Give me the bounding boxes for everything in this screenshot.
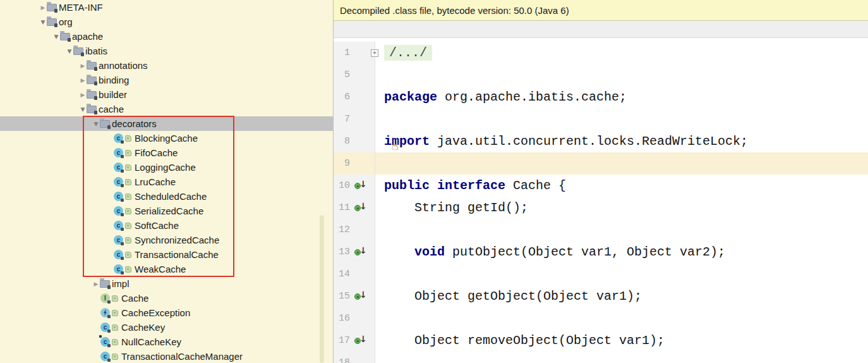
code-line-15[interactable]: 15↓ Object getObject(Object var1); bbox=[334, 285, 868, 307]
decompiled-file-banner: Decompiled .class file, bytecode version… bbox=[334, 0, 868, 21]
code-line-13[interactable]: 13↓ void putObject(Object var1, Object v… bbox=[334, 241, 868, 263]
package-icon bbox=[87, 106, 97, 113]
line-number: 1 bbox=[334, 47, 350, 58]
implemented-marker-icon[interactable]: ↓ bbox=[354, 181, 366, 191]
tree-item-TransactionalCache[interactable]: cTransactionalCache bbox=[0, 247, 333, 262]
readonly-badge-icon bbox=[112, 354, 118, 360]
tree-item-builder[interactable]: ▶builder bbox=[0, 87, 333, 102]
implemented-marker-icon[interactable]: ↓ bbox=[354, 203, 366, 213]
code-line-14[interactable]: 14 bbox=[334, 263, 868, 285]
tree-item-annotations[interactable]: ▶annotations bbox=[0, 58, 333, 73]
code-line-12[interactable]: 12 bbox=[334, 219, 868, 241]
tree-item-label: LruCache bbox=[135, 176, 179, 187]
class-icon: c bbox=[114, 133, 123, 143]
class-icon: c bbox=[114, 177, 123, 187]
code-line-8[interactable]: 8import java.util.concurrent.locks.ReadW… bbox=[334, 130, 868, 152]
implemented-marker-icon[interactable]: ↓ bbox=[354, 292, 366, 302]
tree-item-label: SoftCache bbox=[135, 220, 183, 231]
fold-strip bbox=[375, 285, 384, 307]
tree-item-TransactionalCacheManager[interactable]: cTransactionalCacheManager bbox=[0, 349, 333, 363]
line-number: 18 bbox=[334, 357, 350, 363]
folded-comment-region[interactable]: /.../ bbox=[384, 45, 432, 61]
tree-item-CacheKey[interactable]: cCacheKey bbox=[0, 320, 333, 335]
code-line-17[interactable]: 17↓ Object removeObject(Object var1); bbox=[334, 329, 868, 352]
tree-item-impl[interactable]: ▶impl bbox=[0, 276, 333, 291]
fold-strip bbox=[375, 241, 384, 263]
tree-item-label: SerializedCache bbox=[135, 206, 207, 216]
tree-item-binding[interactable]: ▶binding bbox=[0, 73, 333, 87]
code-line-5[interactable]: 5 bbox=[334, 64, 868, 86]
code-text: package org.apache.ibatis.cache; bbox=[384, 90, 627, 104]
implemented-marker-icon[interactable]: ↓ bbox=[354, 247, 366, 257]
fold-strip bbox=[375, 130, 384, 152]
expand-arrow-icon[interactable]: ▶ bbox=[80, 92, 86, 98]
gutter: 18 bbox=[334, 352, 375, 363]
tree-item-LruCache[interactable]: cLruCache bbox=[0, 175, 333, 189]
class-icon: c bbox=[114, 148, 123, 157]
tree-item-BlockingCache[interactable]: cBlockingCache bbox=[0, 131, 333, 145]
class-final-icon: c bbox=[100, 337, 110, 347]
expand-arrow-icon[interactable]: ▶ bbox=[80, 63, 86, 69]
readonly-badge-icon bbox=[112, 310, 118, 316]
breadcrumbs-bar bbox=[334, 21, 868, 38]
tree-item-CacheException[interactable]: CacheException bbox=[0, 305, 333, 320]
tree-item-LoggingCache[interactable]: cLoggingCache bbox=[0, 160, 333, 175]
collapse-arrow-icon[interactable]: ▼ bbox=[53, 34, 59, 40]
tree-item-cache[interactable]: ▼cache bbox=[0, 102, 333, 116]
implemented-marker-icon[interactable]: ↓ bbox=[354, 336, 366, 346]
package-icon bbox=[87, 77, 97, 84]
tree-item-label: NullCacheKey bbox=[121, 336, 185, 347]
readonly-badge-icon bbox=[112, 324, 118, 331]
code-line-1[interactable]: 1+/.../ bbox=[334, 42, 868, 64]
readonly-badge-icon bbox=[112, 339, 118, 345]
banner-text: Decompiled .class file, bytecode version… bbox=[340, 5, 569, 16]
tree-item-apache[interactable]: ▼apache bbox=[0, 29, 333, 44]
tree-item-SynchronizedCache[interactable]: cSynchronizedCache bbox=[0, 233, 333, 247]
line-number: 17 bbox=[334, 335, 350, 346]
expand-arrow-icon[interactable]: ▶ bbox=[40, 4, 46, 11]
tree-item-SoftCache[interactable]: cSoftCache bbox=[0, 218, 333, 233]
project-tree-panel: ▶META-INF▼org▼apache▼ibatis▶annotations▶… bbox=[0, 0, 334, 363]
tree-item-META-INF[interactable]: ▶META-INF bbox=[0, 0, 333, 15]
collapse-arrow-icon[interactable]: ▼ bbox=[80, 106, 86, 113]
tree-scrollbar[interactable] bbox=[320, 215, 324, 363]
line-number: 5 bbox=[334, 70, 350, 80]
line-number: 14 bbox=[334, 269, 350, 280]
code-line-16[interactable]: 16 bbox=[334, 307, 868, 329]
expand-arrow-icon[interactable]: ▶ bbox=[80, 77, 86, 83]
tree-item-decorators[interactable]: ▼decorators bbox=[0, 116, 333, 131]
code-editor[interactable]: ☝ 1+/.../56package org.apache.ibatis.cac… bbox=[334, 38, 868, 363]
code-line-7[interactable]: 7 bbox=[334, 108, 868, 130]
gutter: 14 bbox=[334, 263, 375, 285]
code-line-9[interactable]: 9 bbox=[334, 152, 868, 175]
tree-item-Cache[interactable]: ICache bbox=[0, 291, 333, 305]
tree-item-label: binding bbox=[99, 75, 133, 85]
collapse-arrow-icon[interactable]: ▼ bbox=[66, 48, 73, 54]
gutter: 6 bbox=[334, 86, 375, 108]
line-number: 7 bbox=[334, 114, 350, 125]
tree-item-ScheduledCache[interactable]: cScheduledCache bbox=[0, 189, 333, 204]
tree-item-org[interactable]: ▼org bbox=[0, 15, 333, 29]
fold-expand-icon[interactable]: + bbox=[371, 49, 378, 57]
tree-item-NullCacheKey[interactable]: cNullCacheKey bbox=[0, 335, 333, 349]
code-text: Object removeObject(Object var1); bbox=[384, 333, 665, 348]
collapse-arrow-icon[interactable]: ▼ bbox=[93, 121, 99, 127]
package-icon bbox=[60, 33, 70, 40]
code-token bbox=[384, 245, 414, 259]
tree-item-FifoCache[interactable]: cFifoCache bbox=[0, 145, 333, 160]
code-line-6[interactable]: 6package org.apache.ibatis.cache; bbox=[334, 86, 868, 108]
collapse-arrow-icon[interactable]: ▼ bbox=[40, 19, 46, 25]
package-icon bbox=[47, 18, 57, 26]
package-icon bbox=[100, 120, 110, 128]
tree-item-ibatis[interactable]: ▼ibatis bbox=[0, 44, 333, 58]
code-line-18[interactable]: 18 bbox=[334, 352, 868, 363]
class-icon: c bbox=[100, 323, 110, 332]
expand-arrow-icon[interactable]: ▶ bbox=[93, 281, 99, 287]
package-icon bbox=[87, 62, 97, 70]
code-line-10[interactable]: 10↓public interface Cache { bbox=[334, 175, 868, 197]
tree-item-WeakCache[interactable]: cWeakCache bbox=[0, 262, 333, 276]
package-icon bbox=[87, 91, 97, 99]
tree-item-SerializedCache[interactable]: cSerializedCache bbox=[0, 204, 333, 218]
code-line-11[interactable]: 11↓ String getId(); bbox=[334, 197, 868, 219]
ide-window: ▶META-INF▼org▼apache▼ibatis▶annotations▶… bbox=[0, 0, 868, 363]
